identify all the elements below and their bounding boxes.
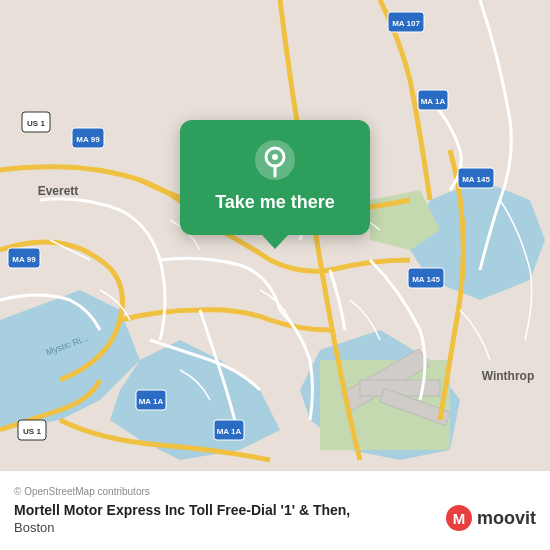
svg-text:MA 99: MA 99	[12, 255, 36, 264]
svg-text:MA 1A: MA 1A	[421, 97, 446, 106]
location-pin-icon	[253, 138, 297, 182]
info-bottom-row: Mortell Motor Express Inc Toll Free-Dial…	[14, 501, 536, 534]
svg-text:MA 1A: MA 1A	[139, 397, 164, 406]
svg-text:US 1: US 1	[27, 119, 45, 128]
svg-text:M: M	[453, 510, 466, 527]
svg-point-35	[272, 154, 278, 160]
svg-text:MA 145: MA 145	[412, 275, 440, 284]
svg-text:MA 145: MA 145	[462, 175, 490, 184]
svg-text:US 1: US 1	[23, 427, 41, 436]
moovit-logo: M moovit	[445, 504, 536, 532]
info-bar: © OpenStreetMap contributors Mortell Mot…	[0, 470, 550, 550]
svg-text:MA 1A: MA 1A	[217, 427, 242, 436]
app-container: US 1 MA 99 MA 107 MA 1A MA 145 MA 145 MA…	[0, 0, 550, 550]
svg-text:MA 99: MA 99	[76, 135, 100, 144]
popup-label: Take me there	[215, 192, 335, 213]
business-city: Boston	[14, 520, 350, 535]
copyright-text: © OpenStreetMap contributors	[14, 486, 536, 497]
svg-text:Winthrop: Winthrop	[482, 369, 535, 383]
moovit-icon: M	[445, 504, 473, 532]
take-me-there-button[interactable]: Take me there	[180, 120, 370, 235]
svg-text:MA 107: MA 107	[392, 19, 420, 28]
business-name: Mortell Motor Express Inc Toll Free-Dial…	[14, 501, 350, 519]
svg-text:Everett: Everett	[38, 184, 79, 198]
moovit-text: moovit	[477, 508, 536, 529]
business-info: Mortell Motor Express Inc Toll Free-Dial…	[14, 501, 350, 534]
map-area: US 1 MA 99 MA 107 MA 1A MA 145 MA 145 MA…	[0, 0, 550, 470]
